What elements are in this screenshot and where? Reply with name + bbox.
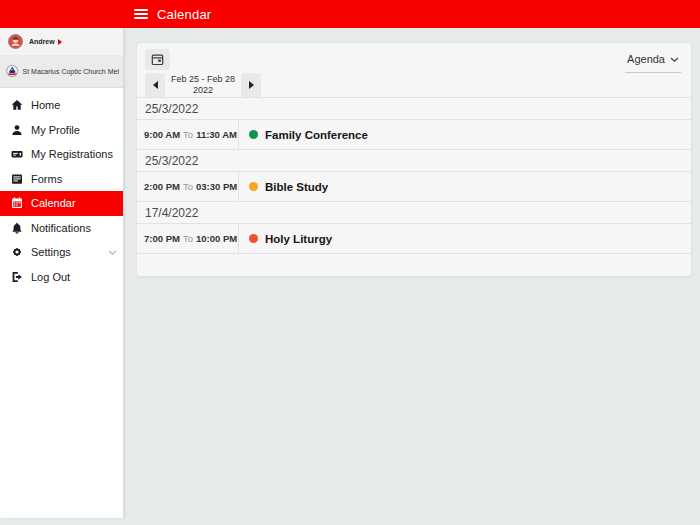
menu-icon[interactable] — [134, 9, 148, 19]
sidebar-item-label: Notifications — [31, 222, 91, 234]
form-icon — [10, 172, 23, 185]
event-start-time: 7:00 PM — [144, 233, 180, 244]
event-time: 7:00 PM To 10:00 PM — [137, 224, 239, 253]
agenda-date: 25/3/2022 — [145, 154, 198, 168]
agenda-date: 17/4/2022 — [145, 206, 198, 220]
agenda-date-header: 25/3/2022 — [137, 149, 691, 171]
calendar-today-icon — [151, 53, 164, 66]
event-time: 2:00 PM To 03:30 PM — [137, 172, 239, 201]
sidebar-item-label: My Registrations — [31, 148, 113, 160]
event-color-dot — [249, 234, 258, 243]
event-time: 9:00 AM To 11:30 AM — [137, 120, 239, 149]
user-avatar — [8, 34, 23, 49]
calendar-toolbar: Agenda Feb 25 - Feb 28 2022 — [137, 43, 691, 97]
sidebar-item-home[interactable]: Home — [0, 93, 123, 118]
sidebar-item-label: Calendar — [31, 197, 76, 209]
event-end-time: 10:00 PM — [196, 233, 237, 244]
event-title-cell: Family Conference — [239, 120, 368, 149]
sidebar-item-label: My Profile — [31, 124, 80, 136]
event-title-cell: Holy Liturgy — [239, 224, 332, 253]
view-mode-dropdown[interactable]: Agenda — [625, 51, 681, 73]
agenda-empty-row — [137, 253, 691, 277]
agenda-date-header: 17/4/2022 — [137, 201, 691, 223]
prev-range-button[interactable] — [145, 73, 165, 97]
caret-right-icon — [58, 39, 62, 45]
event-color-dot — [249, 130, 258, 139]
user-profile-row[interactable]: Andrew — [0, 28, 123, 55]
user-name: Andrew — [29, 38, 55, 45]
sidebar-item-log-out[interactable]: Log Out — [0, 265, 123, 290]
sidebar-item-notifications[interactable]: Notifications — [0, 216, 123, 241]
organization-name: St Macarius Coptic Church Mel — [23, 68, 119, 75]
sidebar: Andrew St Macarius Coptic Church Mel Hom… — [0, 28, 124, 518]
sidebar-nav: Home My Profile My Registrations Forms C — [0, 88, 123, 289]
church-logo — [6, 57, 19, 85]
date-range-line1: Feb 25 - Feb 28 — [171, 74, 235, 85]
sidebar-item-calendar[interactable]: Calendar — [0, 191, 123, 216]
chevron-down-icon — [108, 249, 117, 256]
agenda-date: 25/3/2022 — [145, 102, 198, 116]
date-range-navigator: Feb 25 - Feb 28 2022 — [145, 73, 261, 97]
sidebar-item-my-registrations[interactable]: My Registrations — [0, 142, 123, 167]
organization-row[interactable]: St Macarius Coptic Church Mel — [0, 55, 123, 88]
home-icon — [10, 99, 23, 112]
agenda-date-header: 25/3/2022 — [137, 97, 691, 119]
agenda-event-row[interactable]: 9:00 AM To 11:30 AM Family Conference — [137, 119, 691, 149]
next-range-button[interactable] — [241, 73, 261, 97]
sidebar-item-forms[interactable]: Forms — [0, 167, 123, 192]
arrow-left-icon — [153, 81, 158, 89]
arrow-right-icon — [249, 81, 254, 89]
agenda-event-row[interactable]: 2:00 PM To 03:30 PM Bible Study — [137, 171, 691, 201]
date-range-line2: 2022 — [193, 85, 213, 96]
person-icon — [10, 123, 23, 136]
sidebar-item-label: Forms — [31, 173, 62, 185]
today-button[interactable] — [145, 49, 170, 70]
gear-icon — [10, 246, 23, 259]
event-start-time: 9:00 AM — [144, 129, 180, 140]
agenda-event-row[interactable]: 7:00 PM To 10:00 PM Holy Liturgy — [137, 223, 691, 253]
sidebar-item-my-profile[interactable]: My Profile — [0, 118, 123, 143]
calendar-icon — [10, 197, 23, 210]
event-time-separator: To — [183, 181, 193, 192]
logout-icon — [10, 270, 23, 283]
sidebar-item-label: Settings — [31, 246, 71, 258]
agenda-list: 25/3/2022 9:00 AM To 11:30 AM Family Con… — [137, 97, 691, 277]
sidebar-item-label: Home — [31, 99, 60, 111]
event-end-time: 11:30 AM — [196, 129, 237, 140]
event-title: Holy Liturgy — [265, 233, 332, 245]
event-time-separator: To — [183, 129, 193, 140]
ticket-icon — [10, 148, 23, 161]
sidebar-item-settings[interactable]: Settings — [0, 240, 123, 265]
event-color-dot — [249, 182, 258, 191]
event-title: Bible Study — [265, 181, 328, 193]
top-app-bar: Calendar — [0, 0, 700, 28]
view-mode-label: Agenda — [627, 53, 665, 65]
date-range-label: Feb 25 - Feb 28 2022 — [165, 73, 241, 97]
event-end-time: 03:30 PM — [196, 181, 237, 192]
event-title: Family Conference — [265, 129, 368, 141]
event-start-time: 2:00 PM — [144, 181, 180, 192]
bell-icon — [10, 221, 23, 234]
page-title: Calendar — [157, 7, 211, 22]
chevron-down-icon — [670, 56, 679, 63]
agenda-card: Agenda Feb 25 - Feb 28 2022 25/3/2022 9:… — [136, 42, 692, 277]
event-title-cell: Bible Study — [239, 172, 328, 201]
event-time-separator: To — [183, 233, 193, 244]
sidebar-item-label: Log Out — [31, 271, 70, 283]
